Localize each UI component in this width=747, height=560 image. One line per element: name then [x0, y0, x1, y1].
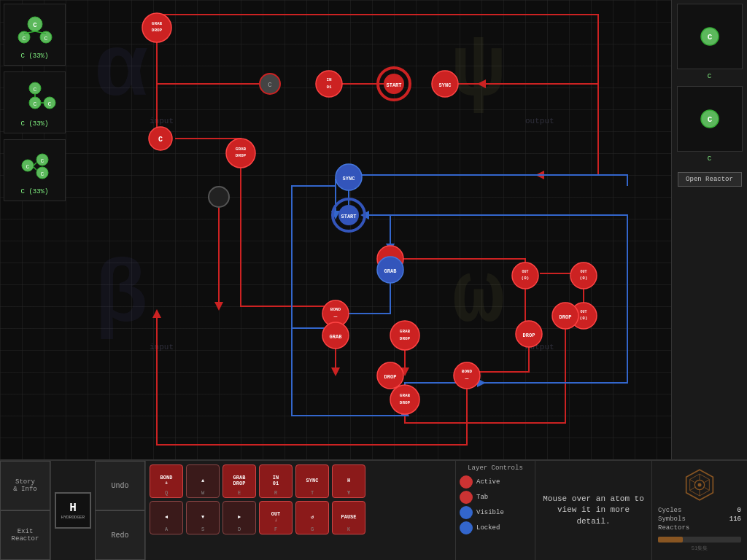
command-buttons-area: BOND + Q ▲ W GRAB DROP E IN 01 R SYNC T …	[146, 461, 455, 560]
command-row-1: BOND + Q ▲ W GRAB DROP E IN 01 R SYNC T …	[150, 464, 452, 498]
svg-line-80	[34, 167, 36, 170]
svg-text:SYNC: SYNC	[439, 82, 452, 88]
w-key: W	[201, 490, 204, 496]
right-arrow-label: ►	[238, 515, 241, 521]
k-key: K	[347, 526, 350, 532]
svg-text:GRAB: GRAB	[152, 21, 163, 26]
in-button[interactable]: IN 01 R	[259, 464, 293, 498]
svg-text:C: C	[40, 158, 44, 164]
layer-visible: Visible	[460, 506, 531, 519]
svg-text:BOND: BOND	[462, 369, 473, 374]
grab-drop-button[interactable]: GRAB DROP E	[222, 464, 256, 498]
symbols-label: Symbols	[658, 516, 686, 523]
grab-drop-label: GRAB DROP	[233, 475, 246, 486]
pause-label: PAUSE	[341, 515, 356, 521]
svg-point-3	[316, 71, 342, 97]
svg-text:OUT: OUT	[522, 270, 528, 274]
h-button[interactable]: H Y	[332, 464, 365, 498]
up-arrow-button[interactable]: ▲ W	[186, 464, 220, 498]
svg-text:START: START	[341, 214, 356, 219]
right-arrow-button[interactable]: ► D	[222, 501, 256, 534]
story-info-button[interactable]: Story & Info	[0, 461, 50, 510]
atom-info-panel: Mouse over an atom to view it in more de…	[535, 461, 652, 560]
svg-text:DROP: DROP	[560, 314, 572, 320]
visible-label: Visible	[476, 509, 504, 516]
out-label: OUT ↓	[271, 512, 281, 523]
svg-text:C: C	[707, 115, 712, 124]
svg-text:SYNC: SYNC	[343, 176, 355, 182]
s-key: S	[201, 526, 204, 532]
svg-text:GRAB: GRAB	[384, 268, 398, 274]
out-button[interactable]: OUT ↓ F	[259, 501, 293, 534]
svg-text:C: C	[22, 35, 26, 42]
watermark-text: 51集集	[658, 545, 741, 552]
element-box: H HYDRODGER	[55, 492, 91, 529]
mol-label-2: C (33%)	[21, 120, 49, 128]
t-key: T	[311, 490, 314, 496]
command-row-2: ◄ A ▼ S ► D OUT ↓ F ↺ G PAUSE K	[150, 501, 452, 534]
y-key: Y	[347, 490, 350, 496]
svg-text:START: START	[386, 82, 401, 88]
svg-text:OUT: OUT	[580, 310, 587, 314]
left-arrow-button[interactable]: ◄ A	[150, 501, 183, 534]
output-mol-label-1: C	[708, 73, 711, 80]
svg-text:DROP: DROP	[236, 153, 247, 158]
exit-reactor-button[interactable]: Exit Reactor	[0, 510, 50, 560]
layer-controls-panel: Layer Controls Active Tab Visible Locked	[455, 461, 535, 560]
tab-label: Tab	[476, 494, 488, 501]
svg-text:C: C	[707, 33, 712, 42]
svg-point-26	[390, 321, 419, 350]
svg-text:DROP: DROP	[400, 400, 411, 405]
svg-text:C: C	[26, 163, 29, 170]
symbols-stat: Symbols 116	[658, 516, 741, 523]
undo-button[interactable]: Undo	[95, 461, 145, 510]
cycles-stat: Cycles 0	[658, 507, 741, 514]
svg-text:OUT: OUT	[580, 270, 587, 274]
left-arrow-label: ◄	[165, 515, 168, 521]
svg-point-18	[209, 187, 229, 207]
svg-text:C: C	[44, 35, 47, 42]
layer-controls-title: Layer Controls	[468, 464, 523, 472]
svg-text:C: C	[33, 101, 36, 107]
svg-text:01: 01	[326, 85, 332, 90]
bond-plus-button[interactable]: BOND + Q	[150, 464, 183, 498]
locked-color	[460, 521, 473, 534]
progress-bar-container	[658, 537, 741, 542]
cycles-label: Cycles	[658, 507, 681, 514]
open-reactor-button[interactable]: Open Reactor	[678, 172, 742, 187]
mol-label-1: C (33%)	[21, 52, 49, 60]
redo-button[interactable]: Redo	[95, 510, 145, 560]
svg-text:C: C	[33, 22, 37, 29]
visible-color	[460, 506, 473, 519]
stats-logo-icon	[681, 467, 718, 503]
a-key: A	[165, 526, 168, 532]
output-molecule-2[interactable]: C	[677, 86, 743, 152]
undo-redo-area: Undo Redo	[95, 461, 146, 560]
molecule-box-2[interactable]: C C C C (33%)	[4, 71, 66, 133]
f-key: F	[274, 526, 277, 532]
element-name: HYDRODGER	[61, 515, 85, 520]
svg-point-88	[698, 483, 702, 487]
sync-button[interactable]: SYNC T	[295, 464, 329, 498]
svg-text:C: C	[40, 171, 44, 177]
reactor-canvas[interactable]: α input β input ψ output ω output	[0, 0, 671, 459]
d-key: D	[238, 526, 241, 532]
symbols-value: 116	[729, 516, 741, 523]
svg-text:GRAB: GRAB	[400, 393, 411, 398]
molecule-box-1[interactable]: C C C C (33%)	[4, 4, 66, 66]
cycles-value: 0	[738, 507, 741, 514]
h-label: H	[347, 478, 350, 484]
svg-text:—: —	[333, 313, 338, 319]
rotate-button[interactable]: ↺ G	[295, 501, 329, 534]
molecule-box-3[interactable]: C C C C (33%)	[4, 139, 66, 201]
svg-text:DROP: DROP	[523, 332, 535, 338]
output-molecule-1[interactable]: C	[677, 4, 743, 69]
pause-button[interactable]: PAUSE K	[332, 501, 365, 534]
progress-bar-fill	[658, 537, 683, 542]
svg-text:GRAB: GRAB	[330, 334, 343, 340]
svg-text:DROP: DROP	[152, 28, 163, 33]
down-arrow-button[interactable]: ▼ S	[186, 501, 220, 534]
svg-text:GRAB: GRAB	[400, 329, 411, 334]
element-display: H HYDRODGER	[51, 461, 95, 560]
reactors-label: Reactors	[658, 524, 689, 532]
